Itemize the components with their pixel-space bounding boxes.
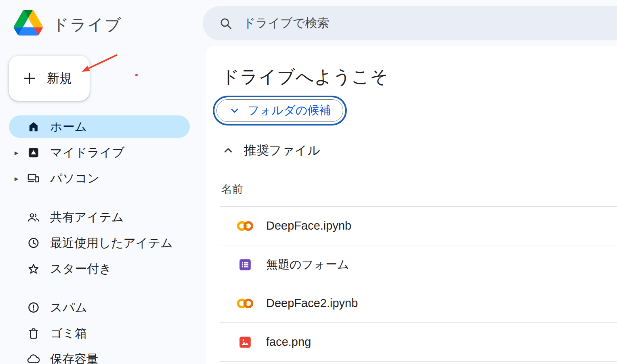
sidebar-item-my-drive[interactable]: ▸ マイドライブ	[9, 141, 190, 164]
suggested-files-label: 推奨ファイル	[244, 142, 320, 159]
sidebar-item-label: 保存容量	[50, 351, 99, 364]
sidebar-item-label: 共有アイテム	[50, 209, 124, 226]
sidebar-item-label: ホーム	[50, 119, 87, 135]
new-button-label: 新規	[47, 70, 72, 87]
file-name: 無題のフォーム	[266, 257, 349, 273]
file-name: DeepFace.ipynb	[266, 219, 351, 232]
image-icon	[236, 335, 254, 349]
sidebar-item-label: マイドライブ	[50, 144, 124, 161]
sidebar-item-label: スター付き	[50, 261, 111, 277]
page-title: ドライブへようこそ	[221, 65, 388, 89]
sidebar-item-computers[interactable]: ▸ パソコン	[9, 167, 190, 190]
sidebar-item-trash[interactable]: ゴミ箱	[9, 322, 190, 345]
cloud-icon	[27, 352, 40, 364]
sidebar-item-starred[interactable]: スター付き	[9, 257, 190, 280]
forms-icon	[236, 257, 254, 272]
file-name: DeepFace2.ipynb	[266, 297, 358, 310]
devices-icon	[27, 172, 40, 185]
trash-icon	[27, 326, 40, 340]
my-drive-icon	[27, 146, 40, 159]
suggested-files-toggle[interactable]: 推奨ファイル	[222, 142, 320, 159]
spam-icon	[27, 301, 40, 314]
sidebar-item-label: パソコン	[50, 170, 100, 187]
star-icon	[27, 262, 40, 276]
search-icon	[219, 17, 233, 30]
sidebar-item-label: スパム	[50, 299, 87, 316]
plus-icon	[22, 71, 37, 86]
chevron-down-icon	[229, 105, 240, 116]
file-row[interactable]: DeepFace2.ipynb	[220, 284, 617, 322]
search-input[interactable]: ドライブで検索	[203, 6, 617, 40]
annotation-dot	[135, 74, 138, 76]
sidebar-item-storage[interactable]: 保存容量	[9, 348, 190, 364]
nav-group-divider	[9, 193, 190, 206]
file-name: face.png	[266, 335, 311, 349]
chevron-up-icon	[222, 144, 234, 157]
colab-icon	[236, 220, 254, 232]
clock-icon	[27, 236, 40, 250]
sidebar-item-label: ゴミ箱	[50, 325, 87, 342]
file-row[interactable]: face.png	[220, 322, 617, 361]
suggested-folders-label: フォルダの候補	[248, 103, 331, 119]
expand-caret-icon[interactable]: ▸	[15, 174, 19, 183]
sidebar-item-label: 最近使用したアイテム	[50, 235, 173, 251]
file-row[interactable]: DeepFace.ipynb	[220, 206, 617, 245]
search-placeholder: ドライブで検索	[243, 15, 329, 31]
home-icon	[27, 120, 40, 134]
sidebar-item-spam[interactable]: スパム	[9, 296, 190, 319]
main-panel: ドライブへようこそ フォルダの候補 推奨ファイル 名前 DeepFace.ipy…	[206, 46, 617, 364]
app-title: ドライブ	[52, 14, 122, 36]
expand-caret-icon[interactable]: ▸	[15, 148, 19, 157]
colab-icon	[236, 297, 254, 310]
people-icon	[27, 210, 40, 224]
sidebar-item-home[interactable]: ホーム	[9, 115, 190, 138]
file-row[interactable]: 無題のフォーム	[220, 245, 617, 284]
suggested-files-table: DeepFace.ipynb 無題のフォーム	[220, 206, 617, 362]
drive-logo-icon	[14, 10, 43, 36]
new-button[interactable]: 新規	[9, 56, 90, 101]
column-header-name[interactable]: 名前	[221, 182, 243, 197]
sidebar-item-shared[interactable]: 共有アイテム	[9, 206, 190, 228]
nav-group-divider	[9, 283, 190, 296]
sidebar-item-recent[interactable]: 最近使用したアイテム	[9, 232, 190, 254]
suggested-folders-button[interactable]: フォルダの候補	[216, 99, 343, 122]
sidebar-nav: ホーム ▸ マイドライブ ▸ パソコン	[9, 115, 190, 364]
